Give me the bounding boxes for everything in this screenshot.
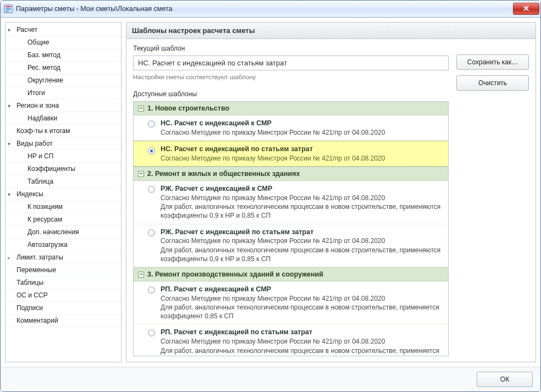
sidebar-item[interactable]: Подписи: [5, 302, 121, 314]
template-radio[interactable]: [148, 146, 155, 154]
template-group-header[interactable]: −1. Новое строительство: [134, 102, 448, 115]
sidebar-item[interactable]: ▾Виды работ: [5, 137, 121, 150]
template-group-header[interactable]: −2. Ремонт в жилых и общественных здания…: [134, 167, 448, 181]
template-desc: Согласно Методике по приказу Минстроя Ро…: [161, 236, 443, 245]
sidebar-item[interactable]: ▸Лимит. затраты: [5, 251, 121, 264]
templates-list[interactable]: −1. Новое строительство НС. Расчет с инд…: [133, 101, 449, 356]
sidebar-item-label: Виды работ: [16, 140, 53, 147]
template-desc: Для работ, аналогичных технологическим п…: [161, 346, 443, 357]
sidebar-item[interactable]: Таблицы: [5, 277, 121, 289]
template-radio[interactable]: [148, 186, 155, 195]
sidebar-item[interactable]: ▾Расчет: [5, 24, 121, 36]
collapse-icon[interactable]: −: [138, 171, 144, 177]
template-desc: Для работ, аналогичных технологическим п…: [161, 202, 443, 220]
template-group-header[interactable]: −3. Ремонт производственных зданий и соо…: [134, 267, 448, 281]
sidebar-item-label: Переменные: [16, 266, 56, 274]
current-template-label: Текущий шаблон: [133, 45, 449, 52]
sidebar-item[interactable]: ▾Регион и зона: [5, 100, 121, 112]
svg-rect-3: [5, 9, 11, 10]
sidebar-item-label: Коэф-ты к итогам: [16, 127, 70, 135]
template-row[interactable]: НС. Расчет с индексацией по статьям затр…: [134, 141, 448, 167]
template-desc: Согласно Методике по приказу Минстроя Ро…: [161, 194, 443, 202]
collapse-icon[interactable]: −: [138, 106, 144, 112]
close-icon: [523, 5, 529, 13]
tree-arrow-icon: ▾: [8, 141, 13, 147]
titlebar[interactable]: Параметры сметы - Мои сметы\Локальная см…: [1, 1, 540, 18]
ok-button[interactable]: ОК: [477, 372, 533, 387]
sidebar-item-label: К ресурсам: [27, 216, 62, 223]
sidebar-item-label: Автозагрузка: [27, 241, 68, 249]
sidebar-item[interactable]: Комментарий: [5, 314, 121, 327]
template-row[interactable]: РЖ. Расчет с индексацией по статьям затр…: [134, 224, 448, 267]
sidebar-item[interactable]: Таблица: [5, 175, 121, 188]
sidebar-item[interactable]: Переменные: [5, 264, 121, 277]
group-title: 1. Новое строительство: [147, 104, 229, 112]
tree-arrow-icon: ▾: [8, 191, 13, 197]
sidebar-item[interactable]: Коэффициенты: [5, 163, 121, 175]
template-title: РЖ. Расчет с индексацией к СМР: [161, 184, 443, 194]
sidebar-item-label: Доп. начисления: [27, 228, 79, 236]
available-templates-label: Доступные шаблоны: [133, 90, 449, 98]
sidebar-item[interactable]: Итоги: [5, 87, 121, 100]
sidebar-item[interactable]: ОС и ССР: [5, 289, 121, 302]
sidebar-item[interactable]: Округление: [5, 74, 121, 87]
dialog-window: Параметры сметы - Мои сметы\Локальная см…: [0, 0, 541, 392]
sidebar-item[interactable]: Коэф-ты к итогам: [5, 125, 121, 137]
sidebar-item-label: К позициям: [27, 203, 63, 211]
template-desc: Согласно Методике по приказу Минстроя Ро…: [161, 294, 443, 303]
sidebar-item[interactable]: Автозагрузка: [5, 239, 121, 251]
group-title: 3. Ремонт производственных зданий и соор…: [147, 270, 323, 278]
svg-rect-4: [5, 11, 9, 12]
template-title: НС. Расчет с индексацией к СМР: [161, 119, 443, 128]
template-radio[interactable]: [148, 286, 155, 295]
template-desc: Для работ, аналогичных технологическим п…: [161, 303, 443, 321]
sidebar-item-label: Таблица: [27, 178, 53, 185]
template-radio[interactable]: [148, 229, 155, 238]
sidebar-item[interactable]: Общие: [5, 36, 121, 49]
template-desc: Согласно Методике по приказу Минстроя Ро…: [161, 154, 443, 163]
sidebar-item[interactable]: Баз. метод: [5, 49, 121, 62]
template-row[interactable]: РП. Расчет с индексацией по статьям затр…: [134, 324, 448, 356]
panel-header: Шаблоны настроек расчета сметы: [126, 23, 536, 39]
window-title: Параметры сметы - Мои сметы\Локальная см…: [16, 5, 513, 13]
sidebar-item-label: Таблицы: [16, 279, 43, 286]
nav-sidebar: ▾РасчетОбщиеБаз. методРес. методОкруглен…: [5, 22, 122, 362]
sidebar-item[interactable]: ▾Индексы: [5, 188, 121, 201]
template-title: РП. Расчет с индексацией по статьям затр…: [161, 328, 443, 337]
sidebar-item-label: НР и СП: [27, 152, 53, 160]
clear-button[interactable]: Очистить: [456, 75, 529, 91]
sidebar-item[interactable]: Доп. начисления: [5, 226, 121, 239]
save-as-button[interactable]: Сохранить как…: [456, 54, 529, 70]
group-title: 2. Ремонт в жилых и общественных зданиях: [147, 170, 300, 178]
sidebar-item[interactable]: Рес. метод: [5, 62, 121, 74]
sidebar-item-label: Расчет: [16, 26, 37, 34]
collapse-icon[interactable]: −: [138, 272, 144, 278]
sidebar-item-label: ОС и ССР: [16, 291, 48, 299]
close-button[interactable]: [513, 3, 539, 15]
template-title: РЖ. Расчет с индексацией по статьям затр…: [161, 228, 443, 237]
template-desc: Согласно Методике по приказу Минстроя Ро…: [161, 337, 443, 346]
template-row[interactable]: РП. Расчет с индексацией к СМР Согласно …: [134, 281, 448, 324]
tree-arrow-icon: ▾: [8, 27, 13, 33]
sidebar-item-label: Комментарий: [16, 317, 58, 324]
nav-tree[interactable]: ▾РасчетОбщиеБаз. методРес. методОкруглен…: [5, 23, 121, 362]
template-title: НС. Расчет с индексацией по статьям затр…: [161, 145, 443, 154]
sidebar-item-label: Коэффициенты: [27, 165, 75, 173]
template-radio[interactable]: [148, 329, 155, 338]
sidebar-item[interactable]: НР и СП: [5, 150, 121, 163]
template-row[interactable]: НС. Расчет с индексацией к СМР Согласно …: [134, 115, 448, 141]
sidebar-item-label: Общие: [27, 38, 49, 46]
tree-arrow-icon: ▾: [8, 103, 13, 109]
sidebar-item[interactable]: К позициям: [5, 201, 121, 213]
sidebar-item[interactable]: Надбавки: [5, 112, 121, 125]
sidebar-item-label: Подписи: [16, 304, 43, 312]
template-row[interactable]: РЖ. Расчет с индексацией к СМР Согласно …: [134, 181, 448, 224]
dialog-footer: ОК: [1, 367, 540, 391]
sidebar-item-label: Регион и зона: [16, 102, 59, 109]
current-template-field[interactable]: НС. Расчет с индексацией по статьям затр…: [133, 56, 449, 70]
template-radio[interactable]: [148, 120, 155, 129]
sidebar-item-label: Надбавки: [27, 114, 57, 122]
sidebar-item-label: Округление: [27, 76, 63, 84]
sidebar-item[interactable]: К ресурсам: [5, 213, 121, 226]
sidebar-item-label: Итоги: [27, 89, 45, 97]
